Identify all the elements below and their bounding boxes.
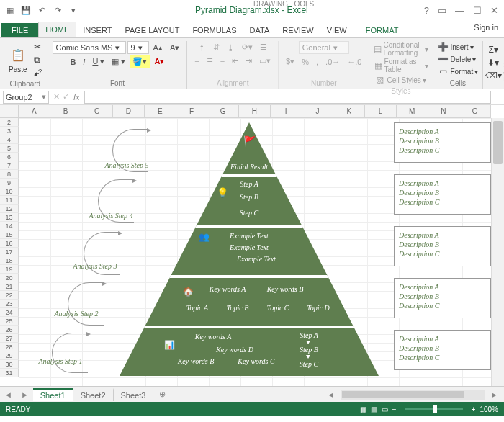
col-E[interactable]: E bbox=[145, 105, 176, 117]
row-20[interactable]: 20 bbox=[0, 274, 19, 282]
delete-cells-icon[interactable]: ➖ bbox=[438, 53, 449, 65]
row-6[interactable]: 6 bbox=[0, 153, 19, 161]
col-A[interactable]: A bbox=[19, 105, 50, 117]
align-top-icon[interactable]: ⭱ bbox=[195, 42, 209, 53]
tab-review[interactable]: REVIEW bbox=[276, 23, 320, 37]
undo-icon[interactable]: ↶ bbox=[36, 4, 48, 16]
table-format-icon[interactable]: ▦ bbox=[374, 60, 382, 71]
zoom-in-icon[interactable]: + bbox=[472, 405, 476, 413]
insert-cells-icon[interactable]: ➕ bbox=[438, 41, 449, 53]
row-28[interactable]: 28 bbox=[0, 343, 19, 351]
font-name-combo[interactable]: Comic Sans MS▾ bbox=[53, 41, 126, 54]
row-7[interactable]: 7 bbox=[0, 161, 19, 170]
paste-button[interactable]: 📋 Paste bbox=[7, 45, 29, 75]
select-all-corner[interactable] bbox=[0, 105, 19, 117]
row-2[interactable]: 2 bbox=[0, 118, 19, 127]
zoom-level[interactable]: 100% bbox=[480, 405, 498, 413]
col-F[interactable]: F bbox=[176, 105, 208, 117]
maximize-icon[interactable]: ☐ bbox=[473, 5, 482, 16]
percent-icon[interactable]: % bbox=[299, 56, 312, 68]
row-19[interactable]: 19 bbox=[0, 265, 19, 274]
row-26[interactable]: 26 bbox=[0, 326, 19, 334]
row-14[interactable]: 14 bbox=[0, 222, 19, 230]
col-M[interactable]: M bbox=[397, 105, 428, 117]
align-left-icon[interactable]: ≡ bbox=[192, 55, 202, 67]
row-27[interactable]: 27 bbox=[0, 334, 19, 343]
align-right-icon[interactable]: ≡ bbox=[217, 55, 228, 67]
zoom-slider[interactable] bbox=[405, 408, 463, 410]
col-C[interactable]: C bbox=[81, 105, 113, 117]
row-13[interactable]: 13 bbox=[0, 213, 19, 222]
tab-page-layout[interactable]: PAGE LAYOUT bbox=[118, 23, 186, 37]
copy-icon[interactable]: ⧉ bbox=[32, 54, 43, 66]
sheet-nav-prev-icon[interactable]: ◄ bbox=[0, 390, 17, 399]
border-button[interactable]: ▦ ▾ bbox=[109, 55, 128, 68]
horizontal-scrollbar[interactable] bbox=[341, 390, 485, 400]
row-21[interactable]: 21 bbox=[0, 282, 19, 291]
redo-icon[interactable]: ↷ bbox=[52, 4, 63, 16]
desc-box-2[interactable]: Description ADescription BDescription C bbox=[394, 278, 491, 318]
autosum-icon[interactable]: Σ▾ bbox=[487, 44, 499, 55]
formula-bar[interactable] bbox=[84, 91, 491, 104]
merge-icon[interactable]: ▭▾ bbox=[256, 55, 274, 67]
tab-format[interactable]: FORMAT bbox=[359, 23, 405, 37]
tab-data[interactable]: DATA bbox=[243, 23, 276, 37]
vertical-scrollbar[interactable] bbox=[491, 118, 504, 386]
row-5[interactable]: 5 bbox=[0, 144, 19, 153]
cancel-fx-icon[interactable]: ✕ bbox=[53, 92, 60, 102]
row-22[interactable]: 22 bbox=[0, 291, 19, 300]
save-icon[interactable]: 💾 bbox=[20, 4, 32, 16]
orientation-icon[interactable]: ⟳▾ bbox=[239, 41, 256, 53]
row-15[interactable]: 15 bbox=[0, 230, 19, 239]
hscroll-right-icon[interactable]: ► bbox=[485, 390, 504, 399]
row-9[interactable]: 9 bbox=[0, 179, 19, 187]
desc-box-4[interactable]: Description ADescription BDescription C bbox=[394, 174, 491, 215]
col-I[interactable]: I bbox=[271, 105, 302, 117]
underline-button[interactable]: U ▾ bbox=[89, 55, 107, 68]
desc-box-5[interactable]: Description ADescription BDescription C bbox=[394, 122, 491, 163]
drawing-canvas[interactable]: Description ADescription BDescription C … bbox=[19, 118, 491, 386]
tab-insert[interactable]: INSERT bbox=[76, 23, 118, 37]
row-8[interactable]: 8 bbox=[0, 170, 19, 179]
help-icon[interactable]: ? bbox=[424, 5, 429, 16]
sheet-tab-1[interactable]: Sheet1 bbox=[33, 388, 73, 401]
clear-icon[interactable]: ⌫▾ bbox=[487, 70, 499, 81]
row-12[interactable]: 12 bbox=[0, 205, 19, 213]
font-color-button[interactable]: A▾ bbox=[151, 55, 167, 68]
number-format-combo[interactable]: General▾ bbox=[299, 41, 349, 54]
name-box[interactable]: Group2▾ bbox=[3, 91, 49, 104]
qat-dropdown-icon[interactable]: ▾ bbox=[68, 4, 79, 16]
hscroll-left-icon[interactable]: ◄ bbox=[321, 390, 341, 399]
tab-view[interactable]: VIEW bbox=[320, 23, 354, 37]
col-B[interactable]: B bbox=[50, 105, 82, 117]
cond-format-icon[interactable]: ▤ bbox=[374, 43, 382, 55]
row-18[interactable]: 18 bbox=[0, 256, 19, 265]
format-cells-icon[interactable]: ▭ bbox=[438, 66, 449, 77]
align-middle-icon[interactable]: ⇵ bbox=[210, 41, 222, 53]
cut-icon[interactable]: ✂ bbox=[32, 41, 43, 53]
minimize-icon[interactable]: — bbox=[455, 5, 464, 16]
fx-icon[interactable]: fx bbox=[73, 93, 80, 102]
format-painter-icon[interactable]: 🖌 bbox=[32, 67, 43, 78]
align-center-icon[interactable]: ≣ bbox=[204, 55, 216, 67]
enter-fx-icon[interactable]: ✓ bbox=[63, 92, 69, 102]
col-G[interactable]: G bbox=[207, 105, 239, 117]
row-31[interactable]: 31 bbox=[0, 369, 19, 377]
tab-file[interactable]: FILE bbox=[1, 23, 38, 37]
currency-icon[interactable]: $▾ bbox=[283, 55, 297, 68]
col-N[interactable]: N bbox=[428, 105, 460, 117]
italic-button[interactable]: I bbox=[80, 56, 88, 68]
col-J[interactable]: J bbox=[302, 105, 334, 117]
tab-formulas[interactable]: FORMULAS bbox=[186, 23, 243, 37]
font-size-combo[interactable]: 9▾ bbox=[127, 41, 149, 54]
col-O[interactable]: O bbox=[459, 105, 491, 117]
row-4[interactable]: 4 bbox=[0, 135, 19, 144]
row-24[interactable]: 24 bbox=[0, 308, 19, 317]
grow-font-icon[interactable]: A▴ bbox=[150, 42, 166, 54]
cell-styles-icon[interactable]: ▧ bbox=[374, 74, 385, 86]
row-17[interactable]: 17 bbox=[0, 248, 19, 256]
sheet-nav-next-icon[interactable]: ► bbox=[17, 390, 33, 399]
fill-icon[interactable]: ⬇▾ bbox=[487, 57, 499, 68]
sheet-tab-3[interactable]: Sheet3 bbox=[114, 388, 154, 401]
column-headers[interactable]: ABCDEFGHIJKLMNO bbox=[0, 105, 491, 118]
